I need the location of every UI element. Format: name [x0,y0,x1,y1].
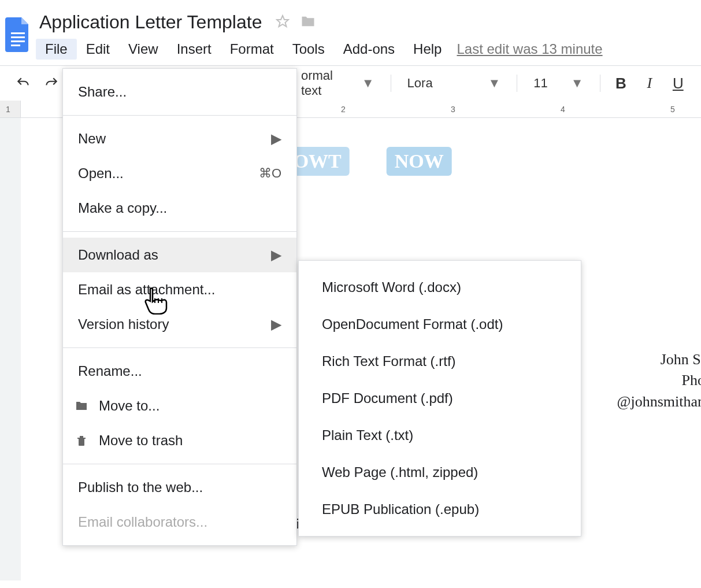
menu-label: Version history [78,316,271,332]
menu-label: Download as [78,247,271,263]
submenu-item-docx[interactable]: Microsoft Word (.docx) [299,269,581,306]
menu-item-new[interactable]: New ▶ [63,121,296,156]
submenu-arrow-icon: ▶ [271,131,281,147]
font-size-label: 11 [533,76,547,91]
ruler-tick: 2 [341,105,346,114]
paragraph-style-dropdown[interactable]: ormal text ▼ [294,72,381,95]
menu-label: Email as attachment... [78,282,281,298]
document-title[interactable]: Application Letter Template [36,10,265,34]
menu-label: Move to... [99,398,281,414]
ruler-tick: 3 [451,105,455,114]
menu-label: Rich Text Format (.rtf) [322,353,558,369]
font-size-dropdown[interactable]: 11 ▼ [526,72,590,95]
menu-help[interactable]: Help [404,39,451,60]
svg-rect-0 [11,32,25,34]
submenu-item-rtf[interactable]: Rich Text Format (.rtf) [299,343,581,380]
menu-label: Move to trash [99,432,281,449]
toolbar-separator [391,75,391,92]
menu-divider [63,464,296,464]
paragraph-style-label: ormal text [301,68,356,98]
menu-addons[interactable]: Add-ons [334,39,404,60]
menu-label: Publish to the web... [78,479,281,495]
menu-item-version-history[interactable]: Version history ▶ [63,307,296,342]
font-family-dropdown[interactable]: Lora ▼ [400,72,508,95]
font-family-label: Lora [407,76,448,91]
toolbar-separator [600,75,600,92]
svg-marker-4 [277,16,288,27]
contact-handle: @johnsmithand [617,391,702,412]
contact-name: John Sm [617,349,702,370]
menu-label: Share... [78,84,281,100]
ruler-tick: 5 [670,105,675,114]
svg-rect-2 [11,40,25,42]
menu-divider [63,115,296,116]
ruler-tick: 4 [561,105,565,114]
menu-item-publish[interactable]: Publish to the web... [63,470,296,505]
redo-button[interactable] [40,72,62,95]
caret-down-icon: ▼ [362,76,374,91]
toolbar-separator [517,75,517,92]
pointer-cursor-icon [144,286,170,317]
menu-item-open[interactable]: Open... ⌘O [63,156,296,191]
menu-item-move-to-trash[interactable]: Move to trash [63,423,296,458]
submenu-arrow-icon: ▶ [271,247,281,263]
submenu-item-epub[interactable]: EPUB Publication (.epub) [299,491,581,528]
menu-format[interactable]: Format [221,39,283,60]
watermark: HOWT NOW [270,147,452,176]
svg-rect-1 [11,36,25,38]
download-as-submenu: Microsoft Word (.docx) OpenDocument Form… [298,260,581,537]
italic-button[interactable]: I [638,72,661,95]
menu-label: Rename... [78,363,281,379]
menu-item-move-to[interactable]: Move to... [63,389,296,423]
menu-label: PDF Document (.pdf) [322,390,558,406]
menu-label: EPUB Publication (.epub) [322,501,558,517]
caret-down-icon: ▼ [571,76,584,91]
menu-label: Microsoft Word (.docx) [322,279,558,295]
contact-block: John Sm Phon @johnsmithand [617,349,702,412]
undo-button[interactable] [12,72,34,95]
menu-item-make-copy[interactable]: Make a copy... [63,191,296,225]
menu-divider [63,231,296,232]
star-icon[interactable] [276,14,290,31]
menu-label: Web Page (.html, zipped) [322,464,558,480]
menu-label: New [78,131,271,147]
menu-label: Plain Text (.txt) [322,427,558,443]
menu-item-email-collaborators[interactable]: Email collaborators... [63,505,296,539]
menu-divider [63,347,296,348]
menu-item-rename[interactable]: Rename... [63,354,296,389]
submenu-item-odt[interactable]: OpenDocument Format (.odt) [299,306,581,343]
bold-button[interactable]: B [610,72,632,95]
menu-tools[interactable]: Tools [283,39,334,60]
underline-button[interactable]: U [667,72,689,95]
folder-icon [75,399,95,413]
submenu-arrow-icon: ▶ [271,316,281,332]
menu-label: Make a copy... [78,200,281,216]
last-edit-link[interactable]: Last edit was 13 minute [457,39,602,60]
contact-phone: Phon [617,370,702,391]
menu-view[interactable]: View [119,39,168,60]
menu-label: Email collaborators... [78,514,281,530]
watermark-circle-icon [358,147,379,168]
menu-insert[interactable]: Insert [168,39,221,60]
caret-down-icon: ▼ [488,76,501,91]
menubar: File Edit View Insert Format Tools Add-o… [36,39,701,60]
watermark-part: NOW [387,147,452,176]
menu-item-share[interactable]: Share... [63,75,296,109]
file-menu-dropdown: Share... New ▶ Open... ⌘O Make a copy...… [62,68,297,546]
submenu-item-txt[interactable]: Plain Text (.txt) [299,417,581,454]
svg-rect-3 [11,45,20,46]
submenu-item-html[interactable]: Web Page (.html, zipped) [299,454,581,491]
submenu-item-pdf[interactable]: PDF Document (.pdf) [299,380,581,417]
google-docs-icon[interactable] [0,12,36,58]
menu-shortcut: ⌘O [259,166,281,181]
menu-label: Open... [78,165,259,182]
ruler-tick: 1 [6,105,10,114]
menu-item-email-attachment[interactable]: Email as attachment... [63,272,296,307]
menu-edit[interactable]: Edit [77,39,119,60]
trash-icon [75,434,95,448]
menu-item-download-as[interactable]: Download as ▶ [63,238,296,272]
folder-icon[interactable] [300,13,316,32]
menu-label: OpenDocument Format (.odt) [322,316,558,332]
menu-file[interactable]: File [36,39,77,60]
